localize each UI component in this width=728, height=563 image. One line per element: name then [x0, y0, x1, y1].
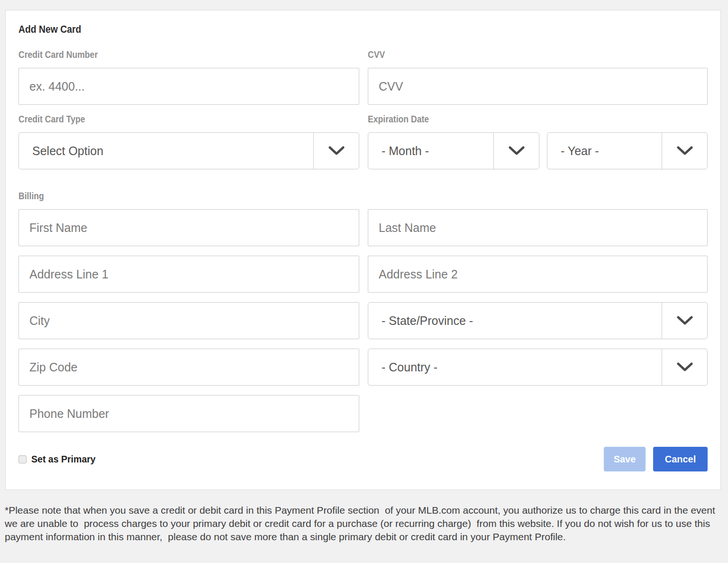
chevron-down-icon	[509, 146, 525, 156]
expiration-month-chevron-zone[interactable]	[493, 133, 539, 169]
state-cell: - State/Province -	[368, 302, 708, 339]
page-title-text: Add New Card	[18, 24, 81, 35]
address-line1-input[interactable]	[18, 256, 359, 293]
row-phone	[18, 395, 708, 432]
row-type-expiration: Select Option - Month - - Year -	[18, 132, 708, 169]
zip-code-input[interactable]	[18, 349, 359, 386]
expiration-date-label: Expiration Date	[368, 114, 708, 124]
card-number-cell	[18, 68, 359, 105]
chevron-down-icon	[677, 362, 693, 372]
add-new-card-panel: Add New Card Credit Card Number CVV Cred…	[5, 10, 721, 490]
page-title: Add New Card	[18, 24, 708, 35]
billing-section-label: Billing	[18, 191, 708, 201]
credit-card-type-select[interactable]: Select Option	[18, 132, 359, 169]
zip-cell	[18, 349, 359, 386]
row-zip-country: - Country -	[18, 349, 708, 386]
phone-row-spacer	[368, 395, 708, 432]
state-province-select[interactable]: - State/Province -	[368, 302, 708, 339]
cvv-input[interactable]	[368, 68, 708, 105]
country-select[interactable]: - Country -	[368, 349, 708, 386]
row-card-number-cvv	[18, 68, 708, 105]
set-as-primary-group[interactable]: Set as Primary	[18, 453, 100, 465]
credit-card-type-label: Credit Card Type	[18, 114, 368, 124]
country-chevron-zone[interactable]	[662, 349, 707, 385]
buttons-group: Save Cancel	[604, 447, 708, 471]
state-province-value: - State/Province -	[368, 314, 662, 328]
row-city-state: - State/Province -	[18, 302, 708, 339]
set-as-primary-label: Set as Primary	[31, 453, 100, 465]
expiration-year-chevron-zone[interactable]	[662, 133, 707, 169]
payment-profile-disclaimer: *Please note that when you save a credit…	[5, 504, 716, 544]
country-cell: - Country -	[368, 349, 708, 386]
row-address	[18, 256, 708, 293]
first-name-input[interactable]	[18, 209, 359, 246]
last-name-input[interactable]	[368, 209, 708, 246]
address-line2-input[interactable]	[368, 256, 708, 293]
expiration-year-select[interactable]: - Year -	[547, 132, 708, 169]
address1-cell	[18, 256, 359, 293]
country-value: - Country -	[368, 360, 662, 374]
first-name-cell	[18, 209, 359, 246]
labels-row-type-expiration: Credit Card Type Expiration Date	[18, 114, 708, 124]
cvv-cell	[368, 68, 708, 105]
phone-number-input[interactable]	[18, 395, 359, 432]
save-button[interactable]: Save	[604, 447, 646, 471]
chevron-down-icon	[677, 316, 693, 325]
phone-cell	[18, 395, 359, 432]
set-as-primary-checkbox[interactable]	[18, 455, 27, 463]
expiration-cell: - Month - - Year -	[368, 132, 708, 169]
chevron-down-icon	[328, 146, 345, 156]
expiration-year-value: - Year -	[547, 144, 662, 158]
form-actions-row: Set as Primary Save Cancel	[18, 447, 708, 471]
city-input[interactable]	[18, 302, 359, 339]
city-cell	[18, 302, 359, 339]
chevron-down-icon	[677, 146, 693, 156]
labels-row-card-number-cvv: Credit Card Number CVV	[18, 50, 708, 59]
state-province-chevron-zone[interactable]	[662, 303, 707, 339]
credit-card-type-value: Select Option	[19, 144, 313, 158]
last-name-cell	[368, 209, 708, 246]
credit-card-type-chevron-zone[interactable]	[313, 133, 359, 169]
cvv-label: CVV	[368, 50, 708, 59]
expiration-month-value: - Month -	[368, 144, 493, 158]
credit-card-number-input[interactable]	[18, 68, 359, 105]
credit-card-number-label: Credit Card Number	[18, 50, 368, 59]
cancel-button[interactable]: Cancel	[653, 447, 708, 471]
card-type-cell: Select Option	[18, 132, 359, 169]
row-name	[18, 209, 708, 246]
expiration-month-select[interactable]: - Month -	[368, 132, 539, 169]
address2-cell	[368, 256, 708, 293]
